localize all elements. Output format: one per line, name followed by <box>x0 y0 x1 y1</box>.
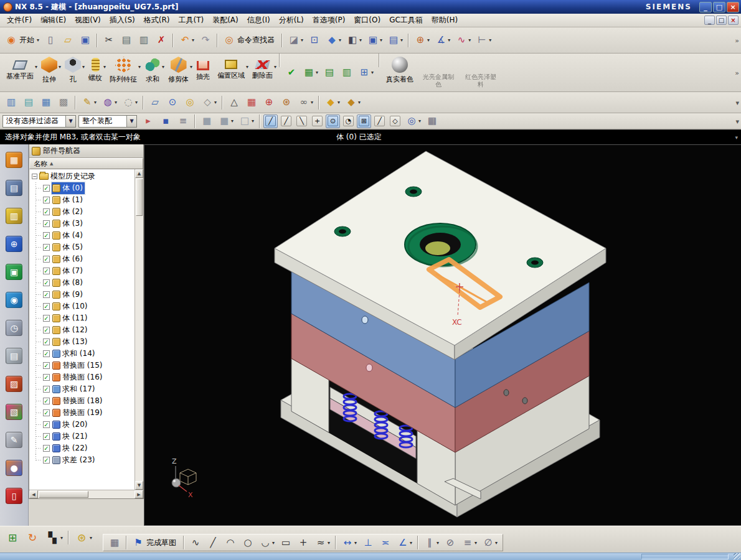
feature-checkbox[interactable]: ✓ <box>43 398 50 404</box>
feature-checkbox[interactable]: ✓ <box>43 327 50 334</box>
shell-button[interactable]: 抽壳 <box>193 55 213 90</box>
finish-sketch-button[interactable]: ⚑完成草图 <box>130 535 180 550</box>
datum-ring-button[interactable]: ◎ <box>182 95 198 110</box>
snap-preview-button[interactable]: ◎▾ <box>404 114 423 129</box>
menu-item[interactable]: 帮助(H) <box>427 14 462 27</box>
customize-gear-button[interactable]: ⊛▾ <box>72 528 94 547</box>
display-working-layer-button[interactable]: ▥ <box>3 95 19 110</box>
edge-filter-button[interactable]: □▾ <box>237 114 256 129</box>
feature-checkbox[interactable]: ✓ <box>43 362 50 369</box>
face-filter-dropdown-icon[interactable]: ▾ <box>231 118 234 124</box>
start-dropdown-icon[interactable]: ▾ <box>37 37 39 43</box>
name-column-header[interactable]: 名称 ▲ <box>29 158 143 169</box>
hd3d-tools-button[interactable]: ▣ <box>4 261 25 282</box>
menu-item[interactable]: 插入(S) <box>105 14 139 27</box>
face-curvature-button[interactable]: ▦ <box>243 95 260 110</box>
snap-end-point-button[interactable]: ╱ <box>263 114 278 128</box>
fillet-button[interactable]: ◡▾ <box>257 535 276 550</box>
feature-checkbox[interactable]: ✓ <box>43 350 50 357</box>
feature-checkbox[interactable]: ✓ <box>43 421 50 428</box>
line-button[interactable]: ╱ <box>205 535 221 550</box>
snap-orient-dropdown-icon[interactable]: ▾ <box>427 37 430 43</box>
customize-gear-dropdown-icon[interactable]: ▾ <box>90 535 92 541</box>
bright-metal-material-button[interactable]: 光亮金属制色 <box>418 55 459 90</box>
view-background-dropdown-icon[interactable]: ▾ <box>359 37 362 43</box>
ruler-tool-dropdown-icon[interactable]: ▾ <box>489 37 491 43</box>
measure-dropdown-icon[interactable]: ▾ <box>448 37 450 43</box>
delete-button[interactable]: ✗ <box>153 32 169 49</box>
continuous-auto-dimension-button[interactable]: ∅▾ <box>480 535 499 550</box>
close-button[interactable]: × <box>727 2 739 12</box>
toolbar-overflow-icon[interactable]: » <box>735 36 739 44</box>
vertical-scroll-track[interactable] <box>135 217 143 481</box>
trim-body-button[interactable]: ▾修剪体 <box>165 55 192 90</box>
tree-row[interactable]: ✓体 (8) <box>35 277 135 289</box>
true-shading-button[interactable]: 真实着色 <box>383 55 417 90</box>
mdi-close-button[interactable]: × <box>728 16 739 25</box>
prompt-overflow-icon[interactable]: ▾ <box>735 134 738 141</box>
menu-item[interactable]: 文件(F) <box>2 14 36 27</box>
tree-row[interactable]: ✓替换面 (16) <box>35 371 135 383</box>
continuous-auto-dimension-dropdown-icon[interactable]: ▾ <box>495 540 498 546</box>
start-button[interactable]: ◉开始▾ <box>3 32 41 49</box>
feature-checkbox[interactable]: ✓ <box>43 338 50 345</box>
feature-checkbox[interactable]: ✓ <box>43 303 50 310</box>
datum-plane-dropdown-icon[interactable]: ▾ <box>35 64 37 70</box>
tree-row[interactable]: ✓体 (0) <box>35 182 135 194</box>
toolbar-overflow-icon[interactable]: ▾ <box>735 117 739 125</box>
display-more-button[interactable]: ◇▾ <box>199 95 219 110</box>
material-a-dropdown-icon[interactable]: ▾ <box>337 100 340 105</box>
feature-row-body[interactable]: 体 (1) <box>52 194 85 206</box>
save-button[interactable]: ▣ <box>77 32 93 49</box>
snap-existing-point-button[interactable]: ⊞ <box>357 114 371 128</box>
material-b-dropdown-icon[interactable]: ▾ <box>358 100 361 105</box>
tree-root-row[interactable]: −模型历史记录 <box>31 170 135 182</box>
tree-row[interactable]: ✓块 (21) <box>35 431 135 442</box>
tree-row[interactable]: ✓体 (1) <box>35 194 135 206</box>
horizontal-scroll-track[interactable] <box>89 490 135 498</box>
feature-row-body[interactable]: 块 (20) <box>52 419 89 431</box>
toolbar-overflow-icon[interactable]: » <box>735 68 739 77</box>
feature-checkbox[interactable]: ✓ <box>43 386 50 393</box>
scroll-down-icon[interactable]: ▼ <box>135 481 143 490</box>
curve-analysis-button[interactable]: ∞▾ <box>296 95 315 110</box>
feature-checkbox[interactable]: ✓ <box>43 315 50 322</box>
fillet-dropdown-icon[interactable]: ▾ <box>272 540 275 546</box>
sketch-options-button[interactable]: ▦ <box>106 535 123 550</box>
feature-row-body[interactable]: 替换面 (15) <box>52 360 104 371</box>
edge-filter-dropdown-icon[interactable]: ▾ <box>252 118 254 124</box>
model-3d-view[interactable]: XC Z X <box>144 145 741 525</box>
tree-row[interactable]: ✓求和 (14) <box>35 348 135 360</box>
feature-row-body[interactable]: 体 (9) <box>52 289 85 301</box>
new-file-button[interactable]: ▯ <box>42 32 59 49</box>
graphics-viewport[interactable]: XC Z X <box>144 144 741 526</box>
feature-row-body[interactable]: 体 (8) <box>52 277 85 289</box>
menu-item[interactable]: 视图(V) <box>70 14 105 27</box>
feature-checkbox[interactable]: ✓ <box>43 433 50 440</box>
rapid-dimension-button[interactable]: ↔▾ <box>339 535 359 550</box>
horizontal-scroll-thumb[interactable] <box>39 491 88 498</box>
feature-checkbox[interactable]: ✓ <box>43 291 50 298</box>
thread-dropdown-icon[interactable]: ▾ <box>103 64 106 70</box>
menu-item[interactable]: 装配(A) <box>208 14 243 27</box>
snap-point-on-face-button[interactable]: ◇ <box>388 114 402 128</box>
feature-checkbox[interactable]: ✓ <box>43 232 50 239</box>
feature-row-body[interactable]: 体 (3) <box>52 218 85 230</box>
feature-row-body[interactable]: 体 (10) <box>52 301 89 312</box>
menu-item[interactable]: 窗口(O) <box>349 14 385 27</box>
feature-row-body[interactable]: 体 (13) <box>52 336 89 348</box>
studio-spline-button[interactable]: ≈▾ <box>313 535 332 550</box>
feature-checkbox[interactable]: ✓ <box>43 185 50 192</box>
part-navigator-button[interactable]: ▥ <box>4 205 25 226</box>
scroll-up-icon[interactable]: ▲ <box>135 169 143 178</box>
datum-plane-button[interactable]: ▾基准平面 <box>3 55 37 90</box>
view-background-button[interactable]: ◧▾ <box>344 32 364 49</box>
object-display-dropdown-icon[interactable]: ▾ <box>94 100 97 105</box>
datum-csys-button[interactable]: ⊞▾ <box>356 65 375 80</box>
cut-button[interactable]: ✂ <box>101 32 117 49</box>
tree-row[interactable]: ✓体 (2) <box>35 206 135 218</box>
menu-item[interactable]: 格式(R) <box>139 14 174 27</box>
new-window-dropdown-icon[interactable]: ▾ <box>400 37 403 43</box>
move-object-button[interactable]: ▱ <box>147 95 163 110</box>
copy-button[interactable]: ▤ <box>118 32 135 49</box>
